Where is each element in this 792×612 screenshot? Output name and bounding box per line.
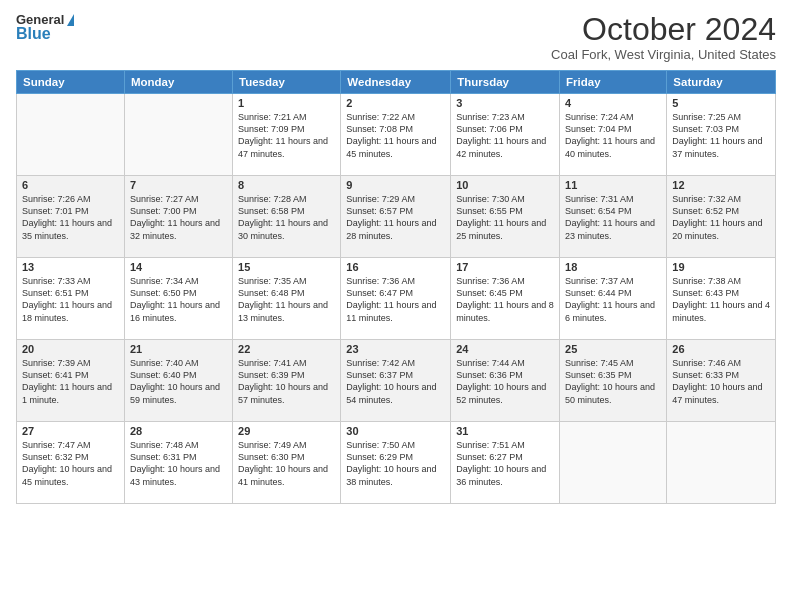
sunset: Sunset: 7:00 PM <box>130 205 227 217</box>
daylight: Daylight: 10 hours and 45 minutes. <box>22 463 119 487</box>
day-number: 9 <box>346 179 445 191</box>
table-cell: 15Sunrise: 7:35 AMSunset: 6:48 PMDayligh… <box>233 258 341 340</box>
day-info: Sunrise: 7:37 AMSunset: 6:44 PMDaylight:… <box>565 275 661 324</box>
title-block: October 2024 Coal Fork, West Virginia, U… <box>551 12 776 62</box>
day-number: 17 <box>456 261 554 273</box>
table-cell: 3Sunrise: 7:23 AMSunset: 7:06 PMDaylight… <box>451 94 560 176</box>
sunset: Sunset: 6:55 PM <box>456 205 554 217</box>
sunrise: Sunrise: 7:39 AM <box>22 357 119 369</box>
table-cell: 2Sunrise: 7:22 AMSunset: 7:08 PMDaylight… <box>341 94 451 176</box>
day-info: Sunrise: 7:28 AMSunset: 6:58 PMDaylight:… <box>238 193 335 242</box>
day-number: 19 <box>672 261 770 273</box>
day-number: 2 <box>346 97 445 109</box>
table-cell: 17Sunrise: 7:36 AMSunset: 6:45 PMDayligh… <box>451 258 560 340</box>
day-number: 14 <box>130 261 227 273</box>
daylight: Daylight: 10 hours and 57 minutes. <box>238 381 335 405</box>
sunset: Sunset: 6:50 PM <box>130 287 227 299</box>
day-info: Sunrise: 7:36 AMSunset: 6:45 PMDaylight:… <box>456 275 554 324</box>
table-cell <box>560 422 667 504</box>
sunset: Sunset: 7:09 PM <box>238 123 335 135</box>
sunset: Sunset: 6:27 PM <box>456 451 554 463</box>
table-cell: 31Sunrise: 7:51 AMSunset: 6:27 PMDayligh… <box>451 422 560 504</box>
daylight: Daylight: 11 hours and 16 minutes. <box>130 299 227 323</box>
day-number: 28 <box>130 425 227 437</box>
sunset: Sunset: 7:01 PM <box>22 205 119 217</box>
day-number: 12 <box>672 179 770 191</box>
day-number: 10 <box>456 179 554 191</box>
day-number: 22 <box>238 343 335 355</box>
sunrise: Sunrise: 7:31 AM <box>565 193 661 205</box>
sunset: Sunset: 7:04 PM <box>565 123 661 135</box>
sunset: Sunset: 7:03 PM <box>672 123 770 135</box>
table-cell: 20Sunrise: 7:39 AMSunset: 6:41 PMDayligh… <box>17 340 125 422</box>
day-info: Sunrise: 7:39 AMSunset: 6:41 PMDaylight:… <box>22 357 119 406</box>
week-row-4: 27Sunrise: 7:47 AMSunset: 6:32 PMDayligh… <box>17 422 776 504</box>
day-info: Sunrise: 7:47 AMSunset: 6:32 PMDaylight:… <box>22 439 119 488</box>
table-cell: 5Sunrise: 7:25 AMSunset: 7:03 PMDaylight… <box>667 94 776 176</box>
day-number: 31 <box>456 425 554 437</box>
col-monday: Monday <box>124 71 232 94</box>
sunset: Sunset: 6:32 PM <box>22 451 119 463</box>
sunrise: Sunrise: 7:32 AM <box>672 193 770 205</box>
week-row-3: 20Sunrise: 7:39 AMSunset: 6:41 PMDayligh… <box>17 340 776 422</box>
sunrise: Sunrise: 7:36 AM <box>456 275 554 287</box>
sunset: Sunset: 6:30 PM <box>238 451 335 463</box>
day-number: 7 <box>130 179 227 191</box>
table-cell: 29Sunrise: 7:49 AMSunset: 6:30 PMDayligh… <box>233 422 341 504</box>
day-info: Sunrise: 7:27 AMSunset: 7:00 PMDaylight:… <box>130 193 227 242</box>
day-number: 21 <box>130 343 227 355</box>
sunrise: Sunrise: 7:33 AM <box>22 275 119 287</box>
sunrise: Sunrise: 7:48 AM <box>130 439 227 451</box>
day-info: Sunrise: 7:42 AMSunset: 6:37 PMDaylight:… <box>346 357 445 406</box>
sunrise: Sunrise: 7:36 AM <box>346 275 445 287</box>
day-number: 15 <box>238 261 335 273</box>
day-number: 3 <box>456 97 554 109</box>
daylight: Daylight: 10 hours and 41 minutes. <box>238 463 335 487</box>
sunrise: Sunrise: 7:44 AM <box>456 357 554 369</box>
table-cell <box>124 94 232 176</box>
sunrise: Sunrise: 7:40 AM <box>130 357 227 369</box>
table-cell: 21Sunrise: 7:40 AMSunset: 6:40 PMDayligh… <box>124 340 232 422</box>
sunset: Sunset: 6:40 PM <box>130 369 227 381</box>
daylight: Daylight: 11 hours and 18 minutes. <box>22 299 119 323</box>
day-info: Sunrise: 7:30 AMSunset: 6:55 PMDaylight:… <box>456 193 554 242</box>
table-cell: 19Sunrise: 7:38 AMSunset: 6:43 PMDayligh… <box>667 258 776 340</box>
sunset: Sunset: 6:51 PM <box>22 287 119 299</box>
sunrise: Sunrise: 7:21 AM <box>238 111 335 123</box>
day-number: 30 <box>346 425 445 437</box>
table-cell <box>17 94 125 176</box>
col-friday: Friday <box>560 71 667 94</box>
week-row-1: 6Sunrise: 7:26 AMSunset: 7:01 PMDaylight… <box>17 176 776 258</box>
col-saturday: Saturday <box>667 71 776 94</box>
header: General Blue October 2024 Coal Fork, Wes… <box>16 12 776 62</box>
day-number: 5 <box>672 97 770 109</box>
table-cell: 7Sunrise: 7:27 AMSunset: 7:00 PMDaylight… <box>124 176 232 258</box>
sunrise: Sunrise: 7:46 AM <box>672 357 770 369</box>
week-row-2: 13Sunrise: 7:33 AMSunset: 6:51 PMDayligh… <box>17 258 776 340</box>
sunset: Sunset: 6:58 PM <box>238 205 335 217</box>
sunset: Sunset: 6:41 PM <box>22 369 119 381</box>
daylight: Daylight: 11 hours and 30 minutes. <box>238 217 335 241</box>
table-cell: 16Sunrise: 7:36 AMSunset: 6:47 PMDayligh… <box>341 258 451 340</box>
day-number: 24 <box>456 343 554 355</box>
day-info: Sunrise: 7:49 AMSunset: 6:30 PMDaylight:… <box>238 439 335 488</box>
sunrise: Sunrise: 7:45 AM <box>565 357 661 369</box>
daylight: Daylight: 11 hours and 37 minutes. <box>672 135 770 159</box>
sunset: Sunset: 6:29 PM <box>346 451 445 463</box>
daylight: Daylight: 11 hours and 4 minutes. <box>672 299 770 323</box>
day-info: Sunrise: 7:36 AMSunset: 6:47 PMDaylight:… <box>346 275 445 324</box>
day-info: Sunrise: 7:23 AMSunset: 7:06 PMDaylight:… <box>456 111 554 160</box>
daylight: Daylight: 11 hours and 8 minutes. <box>456 299 554 323</box>
daylight: Daylight: 11 hours and 1 minute. <box>22 381 119 405</box>
day-info: Sunrise: 7:29 AMSunset: 6:57 PMDaylight:… <box>346 193 445 242</box>
sunrise: Sunrise: 7:26 AM <box>22 193 119 205</box>
day-number: 23 <box>346 343 445 355</box>
sunset: Sunset: 6:45 PM <box>456 287 554 299</box>
page: General Blue October 2024 Coal Fork, Wes… <box>0 0 792 612</box>
sunrise: Sunrise: 7:51 AM <box>456 439 554 451</box>
daylight: Daylight: 11 hours and 13 minutes. <box>238 299 335 323</box>
daylight: Daylight: 11 hours and 42 minutes. <box>456 135 554 159</box>
day-number: 25 <box>565 343 661 355</box>
sunrise: Sunrise: 7:28 AM <box>238 193 335 205</box>
logo: General Blue <box>16 12 74 43</box>
